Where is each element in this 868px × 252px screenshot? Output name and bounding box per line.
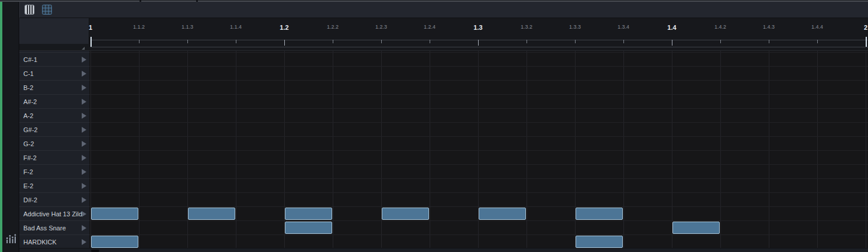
note-row-label[interactable]: Addictive Hat 13 Zild...	[19, 206, 89, 220]
list-scroll-arrow-icon[interactable]	[82, 47, 85, 50]
drum-editor-window: 11.1.21.1.31.1.41.21.2.21.2.31.2.41.31.3…	[0, 0, 868, 252]
ruler-tick-label: 1.4.2	[714, 24, 726, 30]
note-name-list: C#-1C-1B-2A#-2A-2G#-2G-2F#-2F-2E-2D#-2Ad…	[19, 50, 89, 248]
locator-tick	[866, 37, 867, 47]
ruler-tick-label: 1.4	[667, 24, 676, 31]
preview-play-icon[interactable]	[82, 71, 86, 77]
ruler-tick-label: 1.1.4	[230, 24, 242, 30]
preview-play-icon[interactable]	[82, 113, 86, 119]
preview-play-icon[interactable]	[82, 183, 86, 189]
note-row-label[interactable]: A#-2	[19, 94, 89, 108]
horizontal-scrollbar-thumb[interactable]	[91, 250, 99, 252]
note-row-label[interactable]: F-2	[19, 164, 89, 178]
preview-play-icon[interactable]	[82, 225, 86, 231]
note-row-label[interactable]: G#-2	[19, 122, 89, 136]
preview-play-icon[interactable]	[82, 197, 86, 203]
locator-band-line	[90, 40, 868, 40]
preview-play-icon[interactable]	[82, 127, 86, 133]
grid-hline	[89, 94, 868, 95]
note-row-label[interactable]: B-2	[19, 80, 89, 94]
note-row-label[interactable]: HARDKICK	[19, 234, 89, 248]
grid-hline	[89, 178, 868, 179]
note-row-label-text: D#-2	[19, 196, 82, 203]
note-row-label[interactable]: C-1	[19, 66, 89, 80]
grid-hline	[89, 122, 868, 123]
ruler-tick-label: 1.2.3	[375, 24, 387, 30]
note-block[interactable]	[576, 236, 623, 248]
grid-hline	[89, 108, 868, 109]
grid-hline	[89, 164, 868, 165]
ruler-tick-label: 1.2	[280, 24, 288, 31]
preview-play-icon[interactable]	[82, 239, 86, 245]
ruler-tick	[333, 40, 333, 43]
locator-band-line	[90, 47, 868, 47]
note-block[interactable]	[285, 208, 332, 220]
note-block[interactable]	[188, 208, 235, 220]
drum-grid-icon[interactable]	[41, 4, 53, 15]
ruler-tick-label: 1	[89, 24, 92, 31]
ruler-tick	[575, 40, 576, 43]
note-row-label-text: F-2	[19, 168, 82, 175]
note-row-label-text: G-2	[19, 140, 82, 147]
ruler-tick-label: 1.3	[473, 24, 482, 31]
horizontal-scrollbar-track[interactable]	[19, 248, 868, 252]
note-block[interactable]	[672, 222, 720, 234]
locator-tick	[90, 37, 92, 47]
grid-hline	[89, 66, 868, 67]
ruler-tick-label: 1.3.2	[521, 24, 532, 30]
preview-play-icon[interactable]	[82, 155, 86, 161]
grid-hline	[89, 80, 868, 81]
ruler-tick	[478, 40, 479, 46]
preview-play-icon[interactable]	[82, 211, 86, 217]
preview-play-icon[interactable]	[82, 169, 86, 175]
note-row-label[interactable]: C#-1	[19, 52, 89, 66]
ruler-tick	[236, 40, 236, 43]
note-row-label[interactable]: D#-2	[19, 192, 89, 206]
ruler-tick	[139, 40, 140, 43]
grid-hline	[89, 136, 868, 137]
ruler-tick-label: 1.3.4	[618, 24, 629, 30]
velocity-meter-icon[interactable]	[5, 233, 16, 247]
note-row-label[interactable]: F#-2	[19, 150, 89, 164]
note-block[interactable]	[91, 236, 138, 248]
grid-hline	[89, 234, 868, 235]
ruler-tick	[817, 40, 818, 43]
ruler-tick-label: 1.1.3	[182, 24, 193, 30]
note-row-label[interactable]: E-2	[19, 178, 89, 192]
note-row-label-text: HARDKICK	[19, 239, 82, 246]
note-row-label-text: B-2	[19, 84, 82, 91]
note-row-label-text: C#-1	[19, 56, 82, 63]
preview-play-icon[interactable]	[82, 141, 86, 147]
ruler-tick	[284, 40, 285, 46]
note-grid[interactable]	[89, 50, 868, 248]
grid-hline	[89, 52, 868, 53]
ruler-tick-label: 1.3.3	[569, 24, 581, 30]
note-row-label-text: A#-2	[19, 98, 82, 105]
ruler-tick	[527, 40, 527, 43]
note-block[interactable]	[382, 208, 429, 220]
note-row-label[interactable]: A-2	[19, 108, 89, 122]
preview-play-icon[interactable]	[82, 85, 86, 91]
note-row-label-text: Addictive Hat 13 Zild...	[19, 210, 82, 218]
preview-play-icon[interactable]	[82, 57, 86, 63]
preview-play-icon[interactable]	[82, 99, 86, 105]
note-row-label-text: G#-2	[19, 126, 82, 133]
note-row-label-text: F#-2	[19, 154, 82, 161]
ruler-tick-label: 2	[864, 24, 867, 31]
ruler-tick	[430, 40, 430, 43]
piano-roll-icon[interactable]	[24, 4, 35, 15]
ruler-tick-label: 1.4.3	[763, 24, 775, 30]
sidebar-header-panel	[19, 18, 89, 44]
ruler-tick-label: 1.1.2	[133, 24, 145, 30]
note-block[interactable]	[285, 222, 332, 234]
grid-hline	[89, 220, 868, 221]
note-block[interactable]	[91, 208, 138, 220]
left-gutter	[2, 2, 19, 252]
note-row-label[interactable]: G-2	[19, 136, 89, 150]
note-row-label[interactable]: Bad Ass Snare	[19, 220, 89, 234]
note-block[interactable]	[479, 208, 526, 220]
grid-hline	[89, 150, 868, 151]
note-block[interactable]	[576, 208, 623, 220]
timeline-ruler[interactable]: 11.1.21.1.31.1.41.21.2.21.2.31.2.41.31.3…	[89, 18, 868, 50]
ruler-tick	[187, 40, 188, 43]
